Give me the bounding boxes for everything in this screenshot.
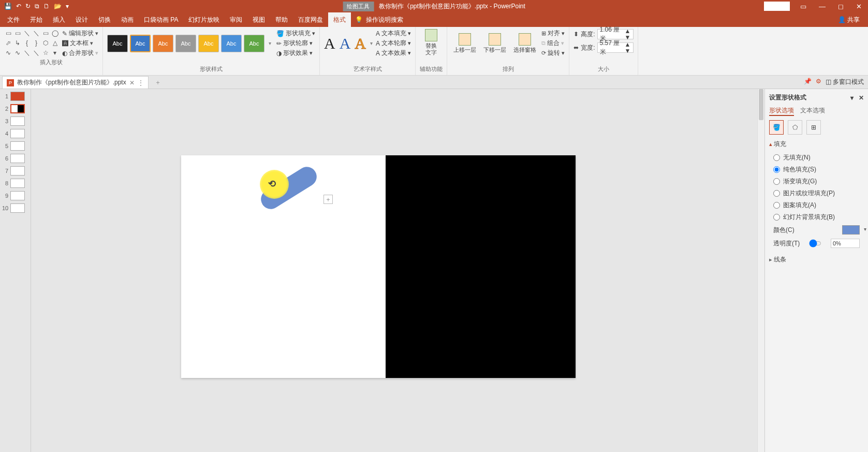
style-swatch-5[interactable]: Abc — [198, 35, 219, 52]
text-fx-list: A文本填充 ▾ A文本轮廓 ▾ A文本效果 ▾ — [376, 29, 411, 57]
shape-style-gallery[interactable]: Abc Abc Abc Abc Abc Abc Abc ▾ — [107, 35, 273, 52]
text-fill-icon: A — [376, 30, 380, 37]
shape-connector-icon[interactable]: ↳ — [13, 39, 22, 47]
gear-icon[interactable]: ⚙ — [816, 78, 821, 86]
style-swatch-3[interactable]: Abc — [153, 35, 173, 52]
tab-baidu[interactable]: 百度网盘 — [293, 12, 328, 27]
tab-pocket-anim[interactable]: 口袋动画 PA — [139, 12, 183, 27]
wordart-style-1[interactable]: A — [324, 35, 335, 52]
text-fill-button[interactable]: A文本填充 ▾ — [376, 29, 411, 38]
group-wordart-styles: A A A ▾ A文本填充 ▾ A文本轮廓 ▾ A文本效果 ▾ 艺术字样式 — [320, 27, 416, 75]
text-effects-button[interactable]: A文本效果 ▾ — [376, 49, 411, 57]
tab-transition[interactable]: 切换 — [93, 12, 116, 27]
style-swatch-4[interactable]: Abc — [175, 35, 196, 52]
wordart-style-2[interactable]: A — [340, 35, 351, 52]
tab-review[interactable]: 审阅 — [225, 12, 247, 27]
bring-forward-button[interactable]: 上移一层 — [451, 33, 478, 53]
group-button[interactable]: ⧉ 组合 ▾ — [541, 39, 565, 48]
arrange-extra: ⊞ 对齐 ▾ ⧉ 组合 ▾ ⟳ 旋转 ▾ — [541, 29, 565, 57]
width-input[interactable]: 5.57 厘米▲▼ — [597, 42, 634, 53]
new-tab-button[interactable]: ＋ — [152, 77, 164, 89]
style-swatch-6[interactable]: Abc — [221, 35, 242, 52]
selection-pane-button[interactable]: 选择窗格 — [511, 33, 538, 53]
shape-brace2-icon[interactable]: } — [32, 39, 40, 47]
send-backward-icon — [489, 33, 501, 46]
rotate-button[interactable]: ⟳ 旋转 ▾ — [541, 49, 565, 57]
wordart-gallery[interactable]: A A A ▾ — [324, 35, 373, 52]
shape-rectangle2-icon[interactable]: ▭ — [13, 29, 22, 37]
shape-arrow-icon[interactable]: ⬀ — [4, 39, 12, 47]
tab-help[interactable]: 帮助 — [270, 12, 293, 27]
tell-me-search[interactable]: 💡 操作说明搜索 — [355, 16, 403, 24]
document-tab[interactable]: P 教你制作《ppt制作创意图片功能》.pptx ✕ ⋮ — [2, 76, 149, 89]
shape-curve-icon[interactable]: ∿ — [4, 49, 12, 57]
document-tab-menu-icon[interactable]: ⋮ — [138, 79, 144, 86]
ribbon-display-icon[interactable]: ▭ — [794, 3, 813, 10]
style-swatch-1[interactable]: Abc — [107, 35, 128, 52]
shape-effects-button[interactable]: ◑形状效果 ▾ — [276, 49, 315, 57]
shape-more-icon[interactable]: ▾ — [51, 49, 59, 57]
style-swatch-2[interactable]: Abc — [130, 35, 151, 52]
merge-shapes-button[interactable]: ◐合并形状 ▾ — [62, 49, 98, 57]
open-icon[interactable]: 📂 — [54, 3, 62, 10]
start-from-beginning-icon[interactable]: ⧉ — [35, 3, 39, 10]
redo-icon[interactable]: ↻ — [25, 3, 31, 10]
tab-design[interactable]: 设计 — [70, 12, 93, 27]
tell-me-placeholder: 操作说明搜索 — [366, 16, 403, 24]
merge-icon: ◐ — [62, 50, 67, 57]
save-icon[interactable]: 💾 — [4, 3, 12, 10]
tab-insert[interactable]: 插入 — [48, 12, 70, 27]
text-outline-button[interactable]: A文本轮廓 ▾ — [376, 39, 411, 48]
close-icon[interactable]: ✕ — [850, 3, 868, 10]
send-backward-button[interactable]: 下移一层 — [481, 33, 508, 53]
maximize-icon[interactable]: ◻ — [832, 3, 850, 10]
document-tab-close-icon[interactable]: ✕ — [129, 79, 135, 86]
shape-line2-icon[interactable]: ＼ — [32, 29, 40, 37]
shape-curve2-icon[interactable]: ∿ — [13, 49, 22, 57]
shape-line-icon[interactable]: ＼ — [23, 29, 31, 37]
shape-rectangle-icon[interactable]: ▭ — [4, 29, 12, 37]
tab-file[interactable]: 文件 — [2, 12, 25, 27]
shape-line4-icon[interactable]: ＼ — [32, 49, 40, 57]
style-swatch-7[interactable]: Abc — [244, 35, 264, 52]
height-spinner[interactable]: ▲▼ — [625, 28, 631, 40]
width-row: ⬌ 宽度: 5.57 厘米▲▼ — [573, 42, 633, 53]
tab-format[interactable]: 格式 — [328, 12, 351, 27]
shape-oval-icon[interactable]: ◯ — [51, 29, 59, 37]
new-slide-icon[interactable]: 🗋 — [43, 3, 50, 10]
wordart-styles-label: 艺术字样式 — [354, 65, 382, 73]
shape-brace-icon[interactable]: { — [23, 39, 31, 47]
tab-view[interactable]: 视图 — [247, 12, 270, 27]
width-spinner[interactable]: ▲▼ — [625, 41, 631, 54]
shape-line3-icon[interactable]: ＼ — [23, 49, 31, 57]
shape-star-icon[interactable]: ☆ — [41, 49, 50, 57]
wordart-more-icon[interactable]: ▾ — [370, 40, 373, 46]
lightbulb-icon: 💡 — [355, 16, 363, 23]
undo-icon[interactable]: ↶ — [16, 3, 21, 10]
shape-tri-icon[interactable]: △ — [51, 39, 59, 47]
minimize-icon[interactable]: ― — [813, 3, 832, 10]
shape-fill-button[interactable]: 🪣形状填充 ▾ — [276, 29, 315, 38]
style-gallery-more-icon[interactable]: ▾ — [267, 40, 273, 46]
wordart-style-3[interactable]: A — [355, 35, 366, 52]
align-button[interactable]: ⊞ 对齐 ▾ — [541, 29, 565, 38]
tab-home[interactable]: 开始 — [25, 12, 48, 27]
tab-slideshow[interactable]: 幻灯片放映 — [183, 12, 225, 27]
shape-rect3-icon[interactable]: ▭ — [41, 29, 50, 37]
share-button[interactable]: 👤 共享 — [832, 16, 866, 24]
width-icon: ⬌ — [573, 44, 579, 51]
login-button[interactable]: 登录 — [764, 2, 790, 11]
qat-more-icon[interactable]: ▾ — [66, 3, 69, 10]
shape-outline-button[interactable]: ✏形状轮廓 ▾ — [276, 39, 315, 48]
alt-text-button[interactable]: 替换 文字 — [423, 29, 439, 56]
shape-hex-icon[interactable]: ⬡ — [41, 39, 50, 47]
quick-access-toolbar: 💾 ↶ ↻ ⧉ 🗋 📂 ▾ — [0, 3, 73, 10]
text-box-button[interactable]: 🅰文本框 ▾ — [62, 39, 98, 48]
tab-animation[interactable]: 动画 — [116, 12, 139, 27]
pin-icon[interactable]: 📌 — [804, 78, 812, 86]
fill-icon: 🪣 — [276, 30, 284, 37]
height-input[interactable]: 1.06 厘米▲▼ — [597, 29, 634, 39]
shapes-gallery[interactable]: ▭ ▭ ＼ ＼ ▭ ◯ ⬀ ↳ { } ⬡ △ ∿ ∿ ＼ ＼ ☆ — [4, 29, 59, 57]
edit-shape-button[interactable]: ✎编辑形状 ▾ — [62, 29, 98, 38]
multi-window-button[interactable]: ◫ 多窗口模式 — [826, 78, 864, 86]
